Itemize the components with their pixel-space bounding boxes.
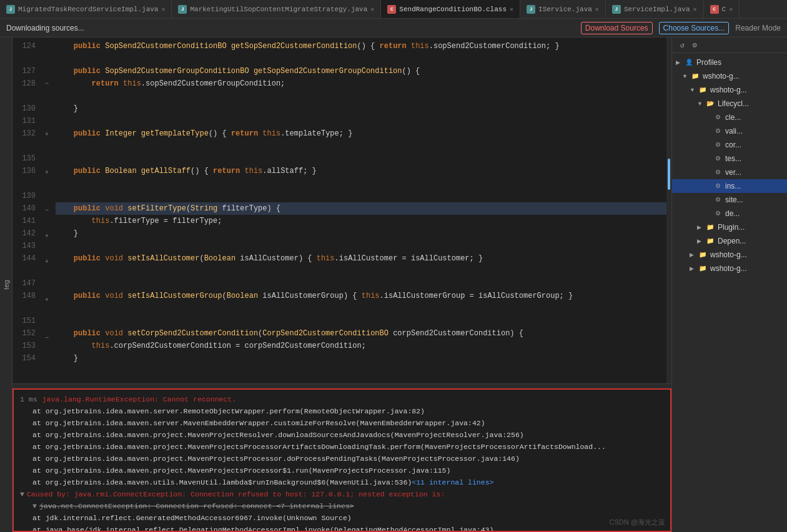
profile-icon: 👤 [684,57,694,67]
fold-icon[interactable]: + [45,169,49,176]
right-sidebar: ↺ ⚙ ▶ 👤 Profiles ▼ 📁 wshoto-g... ▼ 📁 wsh… [671,37,787,532]
tree-arrow-spacer [705,194,711,205]
editor-area: 124 127 128 130 131 132 135 136 139 140 … [12,37,671,532]
refresh-icon[interactable]: ↺ [677,40,687,50]
line-numbers: 124 127 128 130 131 132 135 136 139 140 … [12,37,41,383]
sidebar-item-lifecycle[interactable]: ▼ 📂 Lifecycl... [672,97,787,111]
sidebar-item-dependencies[interactable]: ▶ 📁 Depen... [672,234,787,248]
log-line: at org.jetbrains.idea.maven.server.Remot… [20,405,664,417]
log-fold-icon[interactable]: ▼ [20,488,24,500]
code-line: public void setIsAllCustomer(Boolean isA… [56,252,666,265]
gear-icon: ⚙ [713,112,723,122]
log-fold-icon[interactable]: ▼ [32,500,37,512]
tab-iservice[interactable]: J IService.java ✕ [520,0,606,18]
sidebar-item-label: cor... [725,139,741,150]
sidebar-tree[interactable]: ▶ 👤 Profiles ▼ 📁 wshoto-g... ▼ 📁 wshoto-… [672,53,787,532]
log-text: at org.jetbrains.idea.maven.server.Remot… [32,405,425,417]
java-icon: J [612,5,621,14]
tab-c[interactable]: C C ✕ [704,0,740,18]
fold-icon[interactable]: + [45,233,49,240]
sidebar-item-plugins[interactable]: ▶ 📁 Plugin... [672,220,787,234]
sidebar-item-compile[interactable]: ⚙ cor... [672,138,787,152]
notification-actions: Download Sources Choose Sources... Reade… [581,22,781,34]
tree-arrow-spacer [705,153,711,164]
log-link[interactable]: <11 internal lines> [412,476,493,488]
tab-marketing[interactable]: J MarketingUtilSopContentMigrateStrategy… [172,0,381,18]
code-line [56,302,666,315]
tab-label: ServiceImpl.java [624,6,690,13]
sidebar-item-label: de... [725,208,740,219]
log-text: at org.jetbrains.idea.maven.project.Mave… [32,453,520,465]
sidebar-item-validate[interactable]: ⚙ vali... [672,124,787,138]
sidebar-item-label: wshoto-g... [710,249,747,260]
fold-icon[interactable]: − [45,81,49,87]
sidebar-item-clean[interactable]: ⚙ cle... [672,111,787,124]
log-text: java.lang.RuntimeException: Cannot recon… [42,393,237,405]
horizontal-scrollbar[interactable] [12,383,671,388]
sidebar-item-wshoto2[interactable]: ▼ 📁 wshoto-g... [672,83,787,97]
left-tab-label: teg [2,280,10,289]
java-icon: J [178,5,187,14]
maven-header: ↺ ⚙ [672,37,787,53]
tab-close[interactable]: ✕ [161,6,165,13]
reader-mode-button[interactable]: Reader Mode [735,24,781,32]
tab-close[interactable]: ✕ [595,6,599,13]
tree-arrow-spacer [705,139,711,150]
folder-icon: 📁 [705,236,715,246]
log-line: 1 ms java.lang.RuntimeException: Cannot … [20,393,664,405]
fold-icon[interactable]: − [45,335,49,342]
code-line [56,190,666,202]
fold-icon[interactable]: − [45,207,49,214]
sidebar-item-label: Lifecycl... [718,98,749,109]
log-line: ▼ java.net.ConnectException: Connection … [20,500,664,512]
sidebar-item-wshoto4[interactable]: ▶ 📁 wshoto-g... [672,262,787,275]
download-sources-button[interactable]: Download Sources [581,22,653,34]
log-content[interactable]: 1 ms java.lang.RuntimeException: Cannot … [14,390,670,531]
code-line-highlighted: public void setFilterType(String filterT… [56,202,666,215]
sidebar-item-label: ins... [725,180,741,192]
code-line: public SopSend2CustomerConditionBO getSo… [56,40,666,52]
tab-close[interactable]: ✕ [370,6,374,13]
tab-close[interactable]: ✕ [693,6,697,13]
settings-icon[interactable]: ⚙ [690,40,700,50]
vertical-scrollbar[interactable] [666,37,671,383]
sidebar-item-deploy[interactable]: ⚙ de... [672,207,787,220]
tab-serviceimpl[interactable]: J ServiceImpl.java ✕ [606,0,704,18]
tree-arrow-icon: ▶ [690,263,696,274]
notification-bar: Downloading sources... Download Sources … [0,19,787,37]
java-icon: J [527,5,535,14]
code-line [56,90,666,102]
log-line: ▼ Caused by: java.rmi.ConnectException: … [20,488,664,500]
class-icon: C [387,5,396,14]
project-icon: 📁 [698,250,708,260]
watermark: CSDN @海光之蓝 [610,518,665,527]
java-icon: J [6,5,15,14]
code-line: return this.sopSend2CustomerGroupConditi… [56,77,666,90]
tab-migratedtask[interactable]: J MigratedTaskRecordServiceImpl.java ✕ [0,0,172,18]
tab-sendrange[interactable]: C SendRangeConditionBO.class ✕ [381,0,520,18]
sidebar-item-verify[interactable]: ⚙ ver... [672,165,787,179]
tab-label: C [722,6,726,13]
scrollbar-thumb [668,159,670,190]
sidebar-item-install[interactable]: ⚙ ins... [672,179,787,193]
tab-close[interactable]: ✕ [510,6,513,13]
sidebar-item-site[interactable]: ⚙ site... [672,193,787,207]
code-line: } [56,227,666,240]
tab-close[interactable]: ✕ [729,6,733,13]
code-fold-gutter: − + + − + + + [41,37,53,383]
fold-icon[interactable]: + [45,131,49,138]
sidebar-item-label: tes... [725,153,741,164]
sidebar-item-wshoto3[interactable]: ▶ 📁 wshoto-g... [672,248,787,262]
tree-arrow-icon: ▶ [697,235,703,247]
tab-label: MigratedTaskRecordServiceImpl.java [18,6,158,13]
fold-icon[interactable]: + [45,297,49,303]
sidebar-item-wshoto1[interactable]: ▼ 📁 wshoto-g... [672,69,787,83]
left-side-panel: teg [0,37,12,532]
log-text: Caused by: java.rmi.ConnectException: Co… [27,488,445,500]
sidebar-item-test[interactable]: ⚙ tes... [672,152,787,165]
sidebar-item-profiles[interactable]: ▶ 👤 Profiles [672,56,787,69]
choose-sources-button[interactable]: Choose Sources... [659,22,730,34]
log-text: at org.jetbrains.idea.maven.project.Mave… [32,465,450,476]
fold-icon[interactable]: + [45,259,49,265]
code-content[interactable]: public SopSend2CustomerConditionBO getSo… [53,37,666,383]
